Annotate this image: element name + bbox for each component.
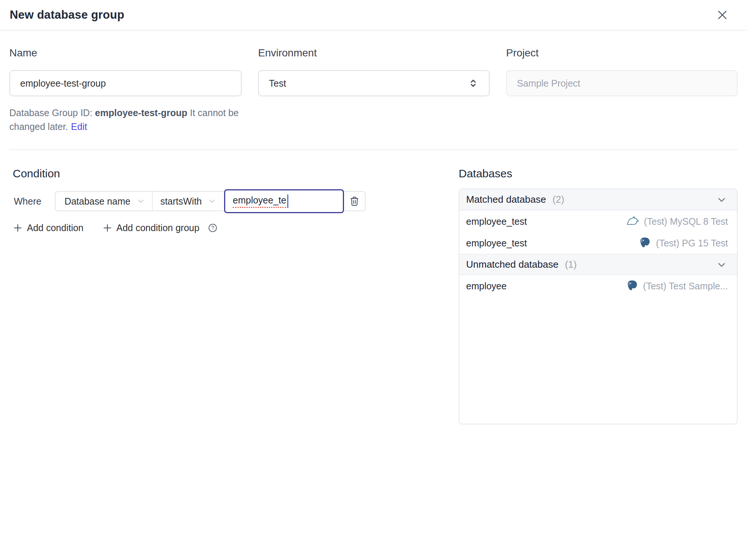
database-row[interactable]: employee_test (Test) MySQL 8 Test <box>459 211 737 232</box>
project-input <box>506 70 738 96</box>
databases-column: Databases Matched database (2) employee_… <box>459 150 738 424</box>
plus-icon <box>13 223 23 233</box>
environment-selected-value: Test <box>269 78 286 89</box>
database-name: employee_test <box>466 216 527 227</box>
name-input[interactable] <box>9 70 242 96</box>
project-label: Project <box>506 47 738 59</box>
group-id-value: employee-test-group <box>95 108 187 118</box>
condition-column: Condition Where Database name startsWith <box>9 150 459 233</box>
name-field-group: Name Database Group ID: employee-test-gr… <box>9 47 242 133</box>
chevron-down-icon <box>716 259 727 270</box>
postgresql-icon <box>626 280 639 292</box>
delete-condition-button[interactable] <box>344 192 365 211</box>
add-condition-label: Add condition <box>27 223 84 233</box>
unmatched-database-title: Unmatched database (1) <box>466 259 577 270</box>
database-instance-label: (Test) PG 15 Test <box>656 238 728 249</box>
environment-select[interactable]: Test <box>258 70 490 96</box>
close-icon <box>716 9 729 21</box>
condition-operator-select[interactable]: startsWith <box>153 192 224 211</box>
condition-row: Where Database name startsWith <box>14 191 444 211</box>
where-label: Where <box>14 196 41 207</box>
plus-icon <box>102 223 112 233</box>
dialog-title: New database group <box>10 8 124 22</box>
database-instance: (Test) PG 15 Test <box>639 237 728 249</box>
condition-group: Database name startsWith <box>55 191 366 211</box>
condition-field-value: Database name <box>65 196 131 207</box>
matched-database-title: Matched database (2) <box>466 194 564 205</box>
database-name: employee <box>466 281 506 292</box>
dialog-body: Name Database Group ID: employee-test-gr… <box>0 47 747 424</box>
matched-database-label: Matched database <box>466 194 546 205</box>
matched-database-header[interactable]: Matched database (2) <box>459 189 737 211</box>
chevron-down-icon <box>208 197 217 206</box>
project-field-group: Project <box>506 47 738 133</box>
chevron-down-icon <box>716 194 727 205</box>
unmatched-database-header[interactable]: Unmatched database (1) <box>459 254 737 275</box>
help-icon: ? <box>208 223 218 233</box>
trash-icon <box>349 196 360 207</box>
group-id-hint: Database Group ID: employee-test-group I… <box>9 106 242 133</box>
condition-operator-value: startsWith <box>160 196 202 207</box>
mysql-icon <box>626 215 639 228</box>
condition-field-select[interactable]: Database name <box>56 192 153 211</box>
lower-section: Condition Where Database name startsWith <box>9 150 738 424</box>
chevron-down-icon <box>136 197 145 206</box>
database-instance-label: (Test) MySQL 8 Test <box>644 216 728 227</box>
environment-label: Environment <box>258 47 490 59</box>
add-condition-button[interactable]: Add condition <box>13 223 84 233</box>
unmatched-database-count: (1) <box>565 259 577 270</box>
database-instance: (Test) MySQL 8 Test <box>626 215 728 228</box>
dialog-header: New database group <box>0 0 747 31</box>
database-instance-label: (Test) Test Sample... <box>643 281 728 292</box>
edit-id-link[interactable]: Edit <box>71 121 87 132</box>
panel-empty-area <box>459 297 737 424</box>
database-row[interactable]: employee (Test) Test Sample... <box>459 275 737 297</box>
name-label: Name <box>9 47 242 59</box>
condition-value-text: employee_te <box>233 195 286 208</box>
condition-value-input[interactable]: employee_te <box>224 189 344 213</box>
databases-panel: Matched database (2) employee_test <box>459 189 738 424</box>
svg-text:?: ? <box>211 225 214 231</box>
close-button[interactable] <box>714 7 731 23</box>
add-condition-group-button[interactable]: Add condition group <box>102 223 199 233</box>
matched-database-count: (2) <box>552 194 564 205</box>
database-instance: (Test) Test Sample... <box>626 280 728 292</box>
environment-field-group: Environment Test <box>258 47 490 133</box>
add-condition-group-label: Add condition group <box>117 223 199 233</box>
postgresql-icon <box>639 237 651 249</box>
databases-heading: Databases <box>459 167 738 180</box>
group-id-hint-prefix: Database Group ID: <box>9 108 92 118</box>
unmatched-database-label: Unmatched database <box>466 259 558 270</box>
condition-actions: Add condition Add condition group ? <box>13 223 444 233</box>
database-row[interactable]: employee_test (Test) PG 15 Test <box>459 232 737 254</box>
form-grid: Name Database Group ID: employee-test-gr… <box>9 47 738 133</box>
condition-help-button[interactable]: ? <box>208 223 218 233</box>
text-cursor <box>287 195 288 208</box>
chevron-up-down-icon <box>468 78 479 89</box>
database-name: employee_test <box>466 238 527 249</box>
condition-heading: Condition <box>13 167 444 180</box>
